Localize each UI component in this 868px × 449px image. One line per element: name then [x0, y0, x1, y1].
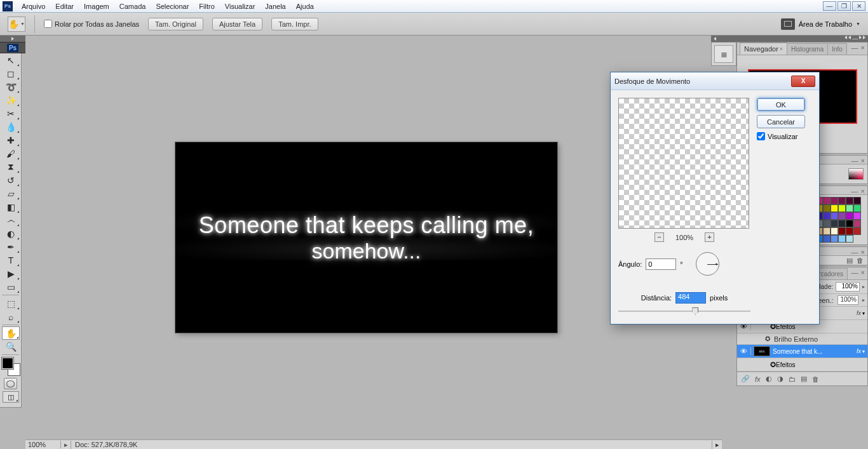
swatch[interactable] [823, 197, 831, 204]
panel-minimize-icon[interactable]: — [851, 157, 858, 164]
swatch[interactable] [838, 227, 846, 235]
panel-close-icon[interactable]: × [861, 157, 865, 164]
swatch[interactable] [846, 197, 853, 204]
swatch[interactable] [853, 227, 861, 235]
menu-view[interactable]: Visualizar [220, 1, 261, 12]
layer-effect-outer-glow[interactable]: ✪ Brilho Externo [737, 333, 867, 345]
menu-help[interactable]: Ajuda [291, 1, 319, 12]
swatch[interactable] [831, 212, 838, 220]
chevron-right-icon[interactable]: ▸ [862, 284, 865, 290]
brush-menu-icon[interactable]: ▤ [846, 257, 853, 265]
chevron-right-icon[interactable]: ▸ [862, 297, 865, 303]
swatch[interactable] [838, 204, 846, 212]
history-panel-icon[interactable]: ≣ [714, 45, 733, 63]
actual-pixels-button[interactable]: Tam. Original [148, 18, 203, 30]
close-icon[interactable]: × [780, 46, 783, 52]
distance-input[interactable]: 484 [675, 292, 706, 304]
preview-checkbox[interactable]: Visualizar [757, 132, 811, 140]
layer-name[interactable]: Someone that k... [773, 348, 857, 355]
swatch[interactable] [823, 235, 831, 243]
link-layers-icon[interactable]: 🔗 [741, 375, 750, 383]
opacity-field[interactable]: 100% [836, 282, 860, 292]
swatch[interactable] [831, 227, 838, 235]
swatch[interactable] [831, 197, 838, 204]
tab-navigator[interactable]: Navegador × [740, 43, 787, 55]
menu-select[interactable]: Selecionar [151, 1, 194, 12]
menu-layer[interactable]: Camada [114, 1, 151, 12]
adjustment-layer-icon[interactable]: ◑ [777, 375, 783, 383]
panel-minimize-icon[interactable]: — [851, 187, 858, 195]
panel-minimize-icon[interactable]: — [851, 269, 858, 276]
swatch[interactable] [831, 220, 838, 227]
menu-window[interactable]: Janela [260, 1, 290, 12]
swatch[interactable] [853, 204, 861, 212]
fx-icon[interactable]: fx [857, 310, 861, 316]
scroll-all-windows-checkbox[interactable]: Rolar por Todas as Janelas [44, 20, 139, 28]
swatch[interactable] [823, 212, 831, 220]
layer-effects-header[interactable]: 👁 ✪ Efeitos [737, 358, 867, 372]
swatch[interactable] [823, 204, 831, 212]
panel-close-icon[interactable]: × [861, 44, 865, 51]
zoom-out-button[interactable]: − [654, 232, 664, 242]
current-tool-indicator[interactable]: ✋▼ [8, 17, 25, 32]
tab-info[interactable]: Info [827, 43, 847, 55]
status-zoom[interactable]: 100% [25, 441, 61, 448]
layer-mask-icon[interactable]: ◐ [766, 375, 772, 383]
swatch[interactable] [823, 227, 831, 235]
preview-checkbox-input[interactable] [757, 132, 765, 140]
layer-group-icon[interactable]: 🗀 [789, 375, 796, 383]
layer-style-icon[interactable]: fx [755, 375, 761, 383]
angle-input[interactable] [646, 258, 676, 270]
fit-screen-button[interactable]: Ajustar Tela [212, 18, 262, 30]
new-layer-icon[interactable]: ▤ [801, 375, 807, 383]
filter-preview[interactable] [618, 98, 749, 229]
swatch[interactable] [838, 235, 846, 243]
swatch[interactable] [838, 197, 846, 204]
status-doc-info[interactable]: Doc: 527,3K/878,9K [71, 441, 712, 448]
layer-row-selected[interactable]: 👁 abc Someone that k... fx▾ [737, 345, 867, 358]
dock-header[interactable]: — [711, 36, 868, 42]
fill-field[interactable]: 100% [837, 295, 858, 305]
swatch[interactable] [846, 227, 853, 235]
delete-layer-icon[interactable]: 🗑 [812, 375, 819, 383]
fx-icon[interactable]: fx [857, 348, 861, 354]
workspace-switcher[interactable]: Área de Trabalho ▼ [781, 18, 860, 30]
dialog-close-button[interactable]: X [791, 76, 815, 87]
menu-file[interactable]: Arquivo [17, 1, 50, 12]
panel-close-icon[interactable]: × [861, 269, 865, 276]
swatch[interactable] [846, 204, 853, 212]
panel-minimize-icon[interactable]: — [851, 248, 858, 256]
angle-wheel[interactable] [696, 252, 719, 276]
trash-icon[interactable]: 🗑 [857, 257, 864, 264]
menu-edit[interactable]: Editar [50, 1, 79, 12]
status-zoom-menu[interactable]: ▸ [61, 441, 71, 449]
swatch[interactable] [853, 197, 861, 204]
panel-close-icon[interactable]: × [861, 187, 865, 195]
window-close-button[interactable]: ✕ [852, 1, 865, 11]
print-size-button[interactable]: Tam. Impr. [271, 18, 318, 30]
swatch[interactable] [838, 220, 846, 227]
menu-image[interactable]: Imagem [79, 1, 114, 12]
swatch[interactable] [846, 220, 853, 227]
swatch[interactable] [831, 235, 838, 243]
scroll-all-windows-input[interactable] [44, 20, 52, 28]
visibility-toggle[interactable]: 👁 [737, 347, 751, 355]
swatch[interactable] [823, 220, 831, 227]
menu-filter[interactable]: Filtro [194, 1, 219, 12]
tab-histogram[interactable]: Histograma [787, 43, 828, 55]
swatch[interactable] [846, 235, 853, 243]
panel-minimize-icon[interactable]: — [851, 44, 858, 51]
document-canvas[interactable]: Someone that keeps calling me, somehow..… [175, 142, 557, 333]
zoom-in-button[interactable]: + [705, 232, 714, 242]
color-ramp[interactable] [848, 168, 864, 180]
swatch[interactable] [853, 212, 861, 220]
window-restore-button[interactable]: ❐ [837, 1, 851, 11]
cancel-button[interactable]: Cancelar [757, 115, 805, 128]
window-minimize-button[interactable]: — [823, 1, 836, 11]
swatch[interactable] [831, 204, 838, 212]
panel-close-icon[interactable]: × [861, 248, 865, 256]
distance-slider[interactable] [618, 306, 750, 316]
ok-button[interactable]: OK [757, 98, 805, 111]
swatch[interactable] [838, 212, 846, 220]
swatch[interactable] [846, 212, 853, 220]
